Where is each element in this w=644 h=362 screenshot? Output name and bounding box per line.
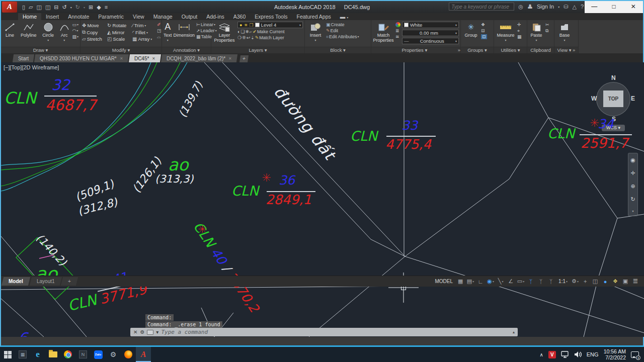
- layer-prev-icon[interactable]: ↩: [247, 35, 251, 40]
- layer-selector-caret-icon[interactable]: ▾: [299, 23, 301, 27]
- qat-customize-icon[interactable]: ≡: [105, 4, 108, 10]
- color-selector[interactable]: White▾: [402, 22, 459, 28]
- panel-properties-title[interactable]: Properties ▾ »: [371, 47, 460, 53]
- edit-block-button[interactable]: ✎ Edit: [326, 28, 359, 33]
- tab-annotate[interactable]: Annotate: [63, 13, 94, 20]
- file-tab-qhsdd[interactable]: QHSDD 2030 HUYEN CU MGAR*✕: [34, 54, 129, 62]
- customization-icon[interactable]: ☰: [631, 277, 640, 286]
- make-current-button[interactable]: Make Current: [257, 29, 285, 34]
- recent-commands-caret-icon[interactable]: ▾: [156, 329, 158, 335]
- ribbon-display-toggle-icon[interactable]: ▬ ▾: [336, 13, 353, 20]
- autoscale-icon[interactable]: ᛉ: [536, 277, 545, 286]
- scale-button[interactable]: ◰Scale: [107, 36, 130, 42]
- new-file-icon[interactable]: ▯: [22, 4, 25, 11]
- tab-view[interactable]: View: [128, 13, 149, 20]
- edge-app[interactable]: e: [30, 347, 45, 362]
- layout1-tab[interactable]: Layout1: [30, 277, 62, 286]
- color-wheel-icon[interactable]: [395, 22, 400, 27]
- panel-modify-title[interactable]: Modify ▾: [80, 47, 162, 53]
- workspace-switching-icon[interactable]: ⚙︎▾: [571, 277, 580, 286]
- make-current-icon[interactable]: ✔︎: [253, 29, 257, 34]
- viewcube-top-face[interactable]: TOP: [603, 90, 623, 107]
- search-icon[interactable]: ◎: [518, 4, 523, 10]
- drawing-canvas[interactable]: [−][Top][2D Wireframe] N W E S TOP WCS ▾…: [1, 62, 644, 337]
- annotation-monitor-icon[interactable]: ＋: [581, 277, 590, 286]
- app-store-cart-icon[interactable]: ⛁: [564, 4, 568, 10]
- zalo-app[interactable]: Zalo: [91, 347, 106, 362]
- tab-parametric[interactable]: Parametric: [94, 13, 128, 20]
- annotation-visibility-icon[interactable]: ᛉ: [526, 277, 535, 286]
- polyline-button[interactable]: Polyline: [19, 21, 38, 47]
- save-as-icon[interactable]: ◫: [45, 4, 50, 11]
- print-icon[interactable]: ⊞: [89, 4, 93, 11]
- polar-tracking-icon[interactable]: ◉▾: [486, 277, 495, 286]
- command-line[interactable]: ✕ ⚙︎ ▾ Type a command ▴: [130, 328, 518, 336]
- object-snap-tracking-icon[interactable]: ∠: [506, 277, 515, 286]
- isometric-drafting-icon[interactable]: ╲▾: [496, 277, 505, 286]
- model-tab[interactable]: Model: [2, 277, 30, 286]
- firefox-app[interactable]: [121, 347, 136, 362]
- layer-unlock-icon[interactable]: ⌐: [250, 29, 252, 34]
- file-tab-start[interactable]: Start: [13, 54, 34, 62]
- point-style-icon[interactable]: ⌖: [517, 28, 522, 33]
- fillet-button[interactable]: ◜Fillet▾: [132, 29, 155, 35]
- explode-icon[interactable]: ◳: [157, 28, 162, 33]
- hatch-tool-icon[interactable]: ▨ ▾: [72, 34, 78, 39]
- id-point-icon[interactable]: ✛: [517, 22, 522, 27]
- lineweight-selector[interactable]: 0.00 mm▾: [402, 30, 459, 36]
- rectangle-tool-icon[interactable]: ▭ ▾: [72, 22, 78, 27]
- quick-properties-icon[interactable]: ◫: [591, 277, 600, 286]
- layer-off-icon[interactable]: ◐: [237, 29, 240, 34]
- ungroup-icon[interactable]: ❖: [481, 22, 487, 27]
- panel-utilities-title[interactable]: Utilities ▾: [494, 47, 527, 53]
- model-space-button[interactable]: MODEL: [433, 277, 455, 286]
- pan-icon[interactable]: ✛: [630, 170, 635, 176]
- tray-expand-icon[interactable]: ∧: [539, 352, 543, 357]
- tab-manage[interactable]: Manage: [149, 13, 177, 20]
- ortho-mode-icon[interactable]: ∟: [476, 277, 485, 286]
- settings-app[interactable]: ⚙︎: [106, 347, 121, 362]
- copy-clip-icon[interactable]: ⧉: [545, 28, 549, 33]
- array-button[interactable]: ▦Array▾: [132, 36, 155, 42]
- close-tab-icon[interactable]: ✕: [152, 56, 155, 61]
- layer-isolate-icon[interactable]: ❏: [240, 29, 245, 34]
- volume-icon[interactable]: [574, 351, 582, 358]
- dimension-button[interactable]: Dimension: [174, 21, 195, 47]
- panel-view-title[interactable]: View ▾ »: [554, 47, 578, 53]
- tab-home[interactable]: Home: [18, 13, 41, 20]
- ellipse-tool-icon[interactable]: ◠ ▾: [72, 28, 78, 33]
- help-search-input[interactable]: [449, 3, 514, 11]
- linetype-selector[interactable]: —Continuous▾: [402, 38, 459, 44]
- navigation-bar[interactable]: ◉ ✛ ⊕ ↻ ▾: [628, 153, 638, 216]
- command-expand-icon[interactable]: ▴: [513, 330, 515, 334]
- trim-button[interactable]: ∕Trim▾: [132, 23, 155, 28]
- tab-output[interactable]: Output: [177, 13, 202, 20]
- panel-draw-title[interactable]: Draw ▾: [1, 47, 80, 53]
- autodesk-alert-icon[interactable]: △: [572, 4, 576, 10]
- layer-on-icon[interactable]: ●: [239, 23, 242, 28]
- tab-addins[interactable]: Add-ins: [202, 13, 229, 20]
- layer-freeze-icon[interactable]: ☀: [244, 23, 248, 28]
- stretch-button[interactable]: ▱Stretch: [82, 36, 105, 42]
- command-input[interactable]: Type a command: [161, 329, 208, 335]
- snap-mode-icon[interactable]: ▤▾: [466, 277, 475, 286]
- autocad-app-menu-icon[interactable]: A: [2, 2, 17, 13]
- object-snap-icon[interactable]: ▭▾: [516, 277, 525, 286]
- tab-a360[interactable]: A360: [229, 13, 251, 20]
- layer-selector[interactable]: ● ☀ ❐ Level 4 ▾: [237, 22, 303, 28]
- sign-in-button[interactable]: Sign In: [537, 4, 554, 10]
- sign-in-caret-icon[interactable]: ▾: [558, 5, 559, 9]
- open-file-icon[interactable]: ▱: [29, 4, 33, 11]
- graphics-performance-icon[interactable]: ❖: [611, 277, 620, 286]
- layer-lock-icon[interactable]: ❐: [250, 23, 254, 28]
- insert-block-button[interactable]: Insert▾: [306, 21, 325, 47]
- zoom-icon[interactable]: ⊕: [630, 183, 635, 190]
- group-selection-toggle-icon[interactable]: ⊡: [481, 34, 487, 39]
- isolate-objects-icon[interactable]: ●: [601, 277, 610, 286]
- dark-app[interactable]: N: [75, 347, 91, 362]
- panel-annotation-title[interactable]: Annotation ▾: [162, 47, 211, 53]
- close-tab-icon[interactable]: ✕: [228, 56, 232, 61]
- viewcube-west[interactable]: W: [591, 95, 597, 102]
- layer-thaw-icon[interactable]: ❊: [242, 35, 246, 40]
- new-tab-button[interactable]: +: [239, 55, 249, 62]
